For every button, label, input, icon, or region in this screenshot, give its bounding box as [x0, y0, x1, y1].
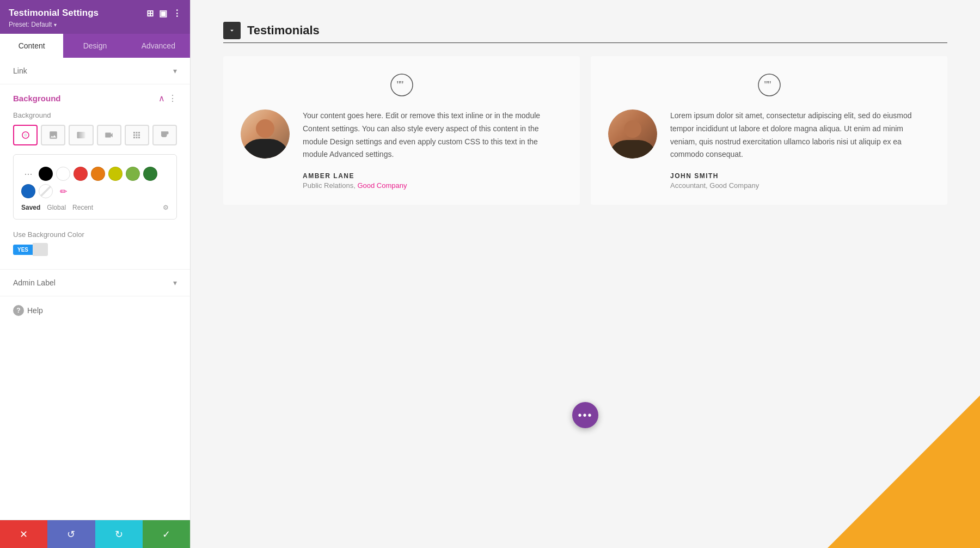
admin-label-arrow-icon: ▾ [173, 278, 177, 287]
testimonial-text-2: Lorem ipsum dolor sit amet, consectetur … [670, 109, 930, 161]
help-icon: ? [13, 305, 24, 316]
help-label: Help [27, 306, 43, 315]
bg-type-pattern[interactable] [125, 125, 149, 145]
module-icon-btn[interactable] [223, 22, 241, 39]
undo-button[interactable]: ↺ [47, 520, 95, 548]
preset-arrow[interactable]: ▾ [54, 22, 57, 28]
color-picker-area: ··· ✏ Saved Global Recent [13, 154, 177, 220]
avatar-john-img [608, 109, 657, 159]
sidebar-tab-bar: Content Design Advanced [0, 34, 190, 58]
testimonial-role-1: Public Relations, Good Company [303, 181, 562, 190]
bg-collapse-icon[interactable]: ∧ [158, 93, 165, 103]
role-text-1: Public Relations, [303, 181, 356, 190]
bg-type-image[interactable] [41, 125, 65, 145]
link-arrow-icon: ▾ [173, 66, 177, 75]
main-canvas: Testimonials " " You [191, 0, 980, 548]
color-settings-icon[interactable]: ⚙ [163, 204, 169, 211]
svg-rect-0 [77, 132, 85, 138]
testimonial-text-1: Your content goes here. Edit or remove t… [303, 109, 562, 161]
sidebar-title: Testimonial Settings [9, 8, 99, 19]
bg-type-video[interactable] [97, 125, 121, 145]
more-icon[interactable]: ⋮ [173, 8, 181, 19]
module-header: Testimonials [223, 22, 947, 39]
testimonial-content-1: Your content goes here. Edit or remove t… [303, 109, 562, 190]
avatar-2 [608, 109, 657, 159]
testimonial-author-2: JOHN SMITH Accountant, Good Company [670, 172, 930, 190]
sidebar-body: Link ▾ Background ∧ ⋮ Background [0, 58, 190, 520]
background-title: Background [13, 94, 61, 103]
bg-more-icon[interactable]: ⋮ [168, 93, 177, 103]
sidebar-header: Testimonial Settings ⊞ ▣ ⋮ Preset: Defau… [0, 0, 190, 34]
color-tab-global[interactable]: Global [47, 204, 66, 211]
background-header: Background ∧ ⋮ [13, 93, 177, 103]
link-section[interactable]: Link ▾ [0, 58, 190, 84]
sidebar-footer: ✕ ↺ ↻ ✓ [0, 520, 190, 548]
swatch-red[interactable] [74, 167, 88, 181]
color-tab-bar: Saved Global Recent ⚙ [21, 200, 169, 211]
role-text-2: Accountant, Good Company [670, 181, 759, 190]
testimonial-name-1: AMBER LANE [303, 172, 562, 180]
module-title: Testimonials [247, 23, 320, 38]
bg-type-color[interactable] [13, 125, 38, 145]
background-controls: ∧ ⋮ [158, 93, 177, 103]
testimonial-card-1: " " Your content goes here. Edit or remo… [223, 56, 580, 205]
orange-triangle-decoration [828, 395, 980, 548]
testimonial-name-2: JOHN SMITH [670, 172, 930, 180]
background-section: Background ∧ ⋮ Background [0, 84, 190, 270]
company-1: Good Company [357, 181, 407, 190]
module-divider [223, 42, 947, 43]
swatch-pen-icon[interactable]: ✏ [56, 184, 70, 198]
avatar-1 [241, 109, 290, 159]
avatar-amber-img [241, 109, 290, 159]
admin-label-text: Admin Label [13, 278, 56, 287]
redo-button[interactable]: ↻ [95, 520, 143, 548]
toggle-yes-label: YES [13, 245, 33, 255]
settings-icon[interactable]: ⊞ [146, 8, 154, 19]
preset-row: Preset: Default ▾ [9, 21, 181, 28]
swatch-orange[interactable] [91, 167, 105, 181]
toggle-no-area [33, 243, 48, 256]
fab-button[interactable]: ••• [572, 402, 598, 428]
color-swatches: ··· ✏ [21, 162, 169, 200]
bg-sublabel: Background [13, 111, 177, 119]
testimonial-body-1: Your content goes here. Edit or remove t… [241, 109, 562, 190]
swatch-transparent[interactable] [39, 184, 53, 198]
preset-label: Preset: Default [9, 21, 52, 28]
testimonial-body-2: Lorem ipsum dolor sit amet, consectetur … [608, 109, 930, 190]
testimonial-role-2: Accountant, Good Company [670, 181, 930, 190]
color-tab-saved[interactable]: Saved [21, 204, 40, 211]
swatch-light-green[interactable] [126, 167, 140, 181]
swatch-green[interactable] [143, 167, 157, 181]
swatch-black[interactable] [39, 167, 53, 181]
use-bg-color-toggle[interactable]: YES [13, 243, 177, 256]
bg-type-selector [13, 125, 177, 145]
help-row[interactable]: ? Help [0, 296, 190, 325]
save-button[interactable]: ✓ [143, 520, 190, 548]
quote-icon-1: " " [241, 74, 562, 99]
sidebar-title-row: Testimonial Settings ⊞ ▣ ⋮ [9, 8, 181, 19]
bg-type-gradient[interactable] [69, 125, 93, 145]
use-bg-color-row: Use Background Color YES [13, 226, 177, 260]
testimonial-author-1: AMBER LANE Public Relations, Good Compan… [303, 172, 562, 190]
swatch-yellow[interactable] [108, 167, 122, 181]
tab-design[interactable]: Design [63, 34, 126, 58]
tab-content[interactable]: Content [0, 34, 63, 58]
settings-sidebar: Testimonial Settings ⊞ ▣ ⋮ Preset: Defau… [0, 0, 191, 548]
swatch-blue[interactable] [21, 184, 35, 198]
use-bg-color-label: Use Background Color [13, 230, 177, 239]
header-icon-group: ⊞ ▣ ⋮ [146, 8, 181, 19]
svg-text:": " [396, 80, 400, 90]
quote-icon-2: " " [608, 74, 930, 99]
bg-type-mask[interactable] [152, 125, 177, 145]
columns-icon[interactable]: ▣ [159, 8, 167, 19]
admin-label-section[interactable]: Admin Label ▾ [0, 270, 190, 296]
color-tab-recent[interactable]: Recent [72, 204, 93, 211]
tab-advanced[interactable]: Advanced [127, 34, 190, 58]
svg-text:": " [764, 80, 768, 90]
swatch-white[interactable] [56, 167, 70, 181]
cancel-button[interactable]: ✕ [0, 520, 47, 548]
testimonials-grid: " " Your content goes here. Edit or remo… [223, 56, 947, 205]
link-label: Link [13, 66, 27, 75]
swatch-more[interactable]: ··· [21, 167, 35, 181]
testimonial-content-2: Lorem ipsum dolor sit amet, consectetur … [670, 109, 930, 190]
